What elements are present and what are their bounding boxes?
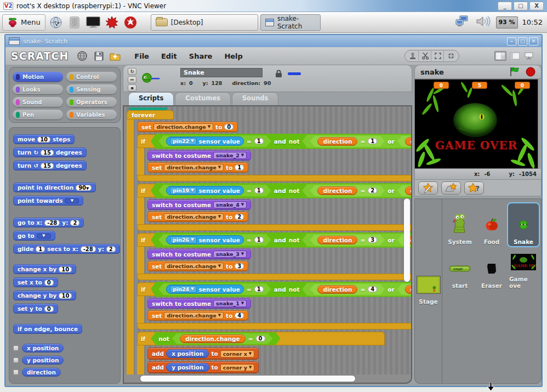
block-set-y[interactable]: set y to0	[13, 304, 58, 314]
web-browser-icon[interactable]	[48, 14, 64, 31]
variable-watcher[interactable]: 5	[472, 82, 487, 89]
category-variables[interactable]: Variables	[66, 110, 117, 120]
direction-reporter[interactable]: direction	[317, 236, 357, 245]
scratch-minimize-button[interactable]: –	[507, 37, 516, 46]
direction-reporter[interactable]: direction	[317, 186, 357, 195]
sprite-tile-system[interactable]: System	[445, 203, 475, 246]
category-sound[interactable]: Sound	[13, 97, 63, 107]
sprite-tile-start[interactable]: START start	[445, 247, 475, 290]
switch-costume-block[interactable]: switch to costume snake_2▼	[147, 150, 251, 161]
direction-reporter[interactable]: direction	[405, 285, 412, 294]
direction-reporter[interactable]: direction	[405, 137, 412, 146]
equals-condition[interactable]: direction = 2	[397, 136, 412, 147]
equals-condition[interactable]: direction = 1	[397, 185, 412, 196]
menu-file[interactable]: File	[134, 52, 149, 60]
set-variable-block[interactable]: set direction.change▼ to 4	[147, 310, 248, 321]
scratch-close-button[interactable]: ✕	[529, 37, 538, 46]
sprite-name-field[interactable]	[180, 68, 263, 77]
reporter-direction[interactable]: direction	[22, 368, 61, 377]
or-condition[interactable]: direction = 3 or direction =	[302, 234, 412, 247]
file-manager-icon[interactable]	[66, 14, 83, 31]
block-point-in-direction[interactable]: point in direction90▼	[13, 183, 96, 192]
vertical-scrollbar[interactable]	[404, 198, 410, 282]
presentation-mode-button[interactable]	[523, 51, 535, 61]
equals-condition[interactable]: direction.change = 0	[172, 333, 273, 344]
set-variable-block[interactable]: set direction.change▼ to 1	[147, 162, 248, 173]
surprise-sprite-button[interactable]: ?	[464, 181, 484, 195]
category-sensing[interactable]: Sensing	[66, 84, 117, 94]
volume-icon[interactable]	[475, 15, 492, 30]
scratch-maximize-button[interactable]: □	[518, 37, 527, 46]
no-rotate-style-button[interactable]: ▪	[128, 84, 136, 92]
direction-reporter[interactable]: direction	[317, 137, 357, 146]
lock-icon[interactable]	[275, 70, 282, 78]
vnc-minimize-button[interactable]: _	[498, 2, 512, 10]
if-block[interactable]: if pin22▼ sensor value =	[137, 134, 412, 181]
equals-condition[interactable]: direction = 1	[310, 136, 385, 147]
category-control[interactable]: Control	[66, 72, 117, 82]
variable-watcher[interactable]: 0	[515, 82, 530, 89]
burst-app-icon[interactable]	[104, 14, 120, 31]
scripts-canvas[interactable]: forever set direction.change▼ to 0	[123, 105, 412, 384]
grow-sprite-tool[interactable]	[432, 51, 444, 61]
forever-block[interactable]: forever	[127, 110, 174, 120]
if-block[interactable]: if pin19▼ sensor value =	[137, 184, 412, 231]
y-position-reporter[interactable]: y position	[166, 363, 209, 372]
equals-condition[interactable]: pin26▼ sensor value = 1	[158, 234, 271, 246]
block-turn-ccw[interactable]: turn↺15degrees	[13, 161, 87, 171]
vnc-maximize-button[interactable]: □	[514, 2, 528, 10]
tab-sounds[interactable]: Sounds	[232, 92, 279, 105]
sprite-tile-snake[interactable]: Snake	[508, 203, 539, 246]
equals-condition[interactable]: direction = 3	[397, 284, 412, 295]
category-motion[interactable]: Motion	[13, 72, 63, 82]
direction-checkbox[interactable]	[13, 370, 19, 375]
x-position-checkbox[interactable]	[13, 345, 19, 351]
and-condition[interactable]: pin22▼ sensor value = 1 and not	[151, 134, 412, 149]
sensor-value-reporter[interactable]: pin24▼ sensor value	[166, 285, 244, 294]
or-condition[interactable]: direction = 4 or direction =	[302, 283, 412, 296]
view-normal-stage-button[interactable]	[509, 51, 521, 61]
clock[interactable]: 10:52	[522, 18, 543, 26]
y-position-checkbox[interactable]	[13, 357, 19, 363]
block-turn-cw[interactable]: turn↻15degrees	[13, 147, 87, 157]
block-change-y[interactable]: change y by10	[13, 291, 76, 300]
scratch-titlebar[interactable]: snake- Scratch – □ ✕	[5, 35, 542, 47]
paint-new-sprite-button[interactable]	[418, 181, 438, 195]
block-change-x[interactable]: change x by10	[13, 264, 76, 274]
switch-costume-block[interactable]: switch to costume snake_3▼	[147, 249, 251, 259]
block-if-on-edge-bounce[interactable]: if on edge, bounce	[13, 324, 82, 334]
horizontal-scrollbar[interactable]	[140, 376, 355, 382]
add-to-list-block[interactable]: add y position to corner y▼	[147, 361, 259, 373]
menu-share[interactable]: Share	[189, 52, 213, 60]
category-pen[interactable]: Pen	[13, 110, 63, 120]
switch-costume-block[interactable]: switch to costume snake_1▼	[147, 298, 251, 309]
direction-change-reporter[interactable]: direction.change	[180, 334, 246, 343]
equals-condition[interactable]: direction = 4	[310, 284, 385, 295]
green-flag-button[interactable]	[509, 67, 521, 77]
sensor-value-reporter[interactable]: pin19▼ sensor value	[166, 186, 244, 195]
reporter-y-position[interactable]: y position	[22, 356, 64, 365]
shrink-sprite-tool[interactable]	[445, 51, 457, 61]
vnc-close-button[interactable]: X	[529, 2, 544, 10]
not-condition[interactable]: not direction.change = 0	[151, 332, 280, 345]
reporter-x-position[interactable]: x position	[22, 344, 64, 353]
taskbar-item-desktop[interactable]: [Desktop]	[151, 14, 258, 31]
if-block[interactable]: if pin26▼ sensor value =	[137, 233, 412, 280]
equals-condition[interactable]: pin24▼ sensor value = 1	[158, 283, 271, 295]
set-variable-block[interactable]: set direction.change▼ to 3	[147, 261, 248, 271]
sensor-value-reporter[interactable]: pin22▼ sensor value	[166, 137, 244, 146]
view-small-stage-button[interactable]	[494, 51, 506, 61]
duplicate-stamp-tool[interactable]	[407, 51, 419, 61]
if-block[interactable]: if pin24▼ sensor value =	[137, 282, 412, 329]
variable-watcher[interactable]: 0	[434, 82, 449, 89]
block-go-to[interactable]: go to▼	[13, 231, 55, 241]
tab-scripts[interactable]: Scripts	[128, 92, 174, 105]
block-point-towards[interactable]: point towards▼	[13, 196, 83, 206]
category-operators[interactable]: Operators	[66, 97, 117, 107]
menu-help[interactable]: Help	[224, 52, 242, 60]
block-set-x[interactable]: set x to0	[13, 277, 58, 287]
block-glide[interactable]: glide1secs to x:-28y:2	[13, 244, 120, 254]
switch-costume-block[interactable]: switch to costume snake_4▼	[147, 200, 251, 210]
taskbar-item-scratch[interactable]: snake- Scratch	[260, 14, 321, 31]
network-icon[interactable]	[455, 15, 471, 30]
